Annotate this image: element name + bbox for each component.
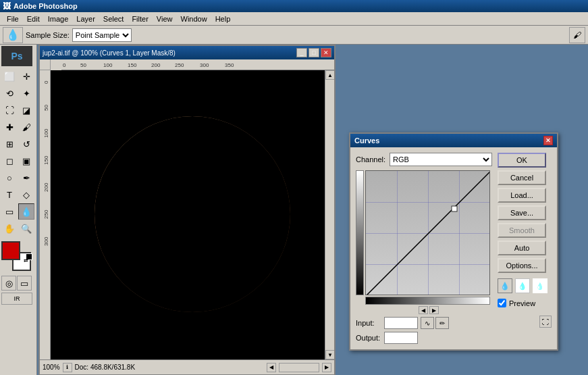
scroll-right-btn[interactable]: ▶ xyxy=(322,363,331,372)
toolbar-logo-area: Ps xyxy=(1,46,35,68)
pen-tool[interactable]: ✒ xyxy=(18,170,34,186)
channel-row: Channel: RGB Red Green Blue xyxy=(356,153,492,166)
canvas-container: 0 50 100 150 200 250 300 xyxy=(40,70,334,359)
pencil-mode-btn[interactable]: ✏ xyxy=(435,317,449,329)
crop-tool[interactable]: ⛶ xyxy=(1,102,18,118)
healing-tool[interactable]: ✚ xyxy=(1,119,18,135)
menu-window[interactable]: Window xyxy=(177,14,211,24)
scroll-down-btn[interactable]: ▼ xyxy=(325,350,334,359)
svg-text:150: 150 xyxy=(43,155,49,165)
svg-text:250: 250 xyxy=(43,209,49,219)
svg-text:200: 200 xyxy=(43,182,49,192)
marquee-tool[interactable]: ⬜ xyxy=(1,68,18,84)
eraser-tool[interactable]: ◻ xyxy=(1,153,18,169)
cancel-button[interactable]: Cancel xyxy=(498,170,546,185)
curves-dialog-title: Curves xyxy=(354,136,379,145)
brush-icon: 🖌 xyxy=(569,27,585,43)
svg-text:100: 100 xyxy=(103,62,113,68)
menu-filter[interactable]: Filter xyxy=(128,14,152,24)
eyedropper-tool[interactable]: 💧 xyxy=(18,203,34,220)
menu-file[interactable]: File xyxy=(3,14,23,24)
path-tool[interactable]: ◇ xyxy=(18,186,34,203)
preview-checkbox[interactable] xyxy=(498,299,506,307)
input-label: Input: xyxy=(356,319,381,327)
curves-left-panel: Channel: RGB Red Green Blue xyxy=(356,153,492,344)
channel-select[interactable]: RGB Red Green Blue xyxy=(390,153,492,166)
magic-wand-tool[interactable]: ✦ xyxy=(18,85,34,101)
quick-mask-tool[interactable]: ◎ xyxy=(1,276,16,291)
curve-nav-right[interactable]: ▶ xyxy=(429,306,439,314)
canvas-area: ▲ ▼ xyxy=(51,70,334,359)
smooth-button[interactable]: Smooth xyxy=(498,223,546,238)
curve-mode-btn[interactable]: ∿ xyxy=(421,317,434,329)
left-toolbar: Ps ⬜✛ ⟲✦ ⛶◪ ✚🖌 ⊞↺ ◻▣ ○✒ T◇ ▭💧 ✋🔍 ⇄ ◎ ▭ I… xyxy=(0,45,37,375)
text-tool[interactable]: T xyxy=(1,186,18,203)
output-value-field[interactable] xyxy=(384,332,418,344)
preview-label: Preview xyxy=(509,299,535,307)
doc-maximize-btn[interactable]: □ xyxy=(309,48,319,57)
lasso-tool[interactable]: ⟲ xyxy=(1,85,18,101)
app-title: Adobe Photoshop xyxy=(14,2,78,10)
channel-label: Channel: xyxy=(356,155,385,164)
hand-tool[interactable]: ✋ xyxy=(1,220,18,236)
doc-size-info: Doc: 468.8K/631.8K xyxy=(75,364,136,371)
menu-image[interactable]: Image xyxy=(44,14,73,24)
document-title-bar: jup2-ai.tif @ 100% (Curves 1, Layer Mask… xyxy=(40,46,334,59)
v-scrollbar[interactable]: ▲ ▼ xyxy=(325,70,334,359)
sample-size-select[interactable]: Point Sample xyxy=(72,28,132,42)
white-point-eyedropper[interactable]: 💧 xyxy=(533,278,547,293)
slice-tool[interactable]: ◪ xyxy=(18,102,34,118)
load-button[interactable]: Load... xyxy=(498,188,546,203)
output-label: Output: xyxy=(356,334,381,342)
stamp-tool[interactable]: ⊞ xyxy=(1,136,18,152)
curve-nav-arrows: ◀ ▶ xyxy=(365,306,492,314)
black-point-eyedropper[interactable]: 💧 xyxy=(498,278,512,293)
auto-button[interactable]: Auto xyxy=(498,241,546,255)
menu-select[interactable]: Select xyxy=(99,14,128,24)
color-swatches: ⇄ xyxy=(1,241,32,272)
move-tool[interactable]: ✛ xyxy=(18,68,34,84)
curves-close-btn[interactable]: ✕ xyxy=(543,136,553,145)
h-scrollbar-track[interactable] xyxy=(279,363,319,372)
svg-rect-28 xyxy=(452,206,457,211)
zoom-tool[interactable]: 🔍 xyxy=(18,220,34,236)
doc-minimize-btn[interactable]: _ xyxy=(296,48,307,57)
curves-bottom-icon: ⛶ xyxy=(498,316,552,328)
scroll-left-btn[interactable]: ◀ xyxy=(267,363,276,372)
save-button[interactable]: Save... xyxy=(498,205,546,220)
shape-tool[interactable]: ▭ xyxy=(1,203,18,220)
doc-close-btn[interactable]: ✕ xyxy=(321,48,331,57)
ok-button[interactable]: OK xyxy=(498,153,546,168)
brush-tool[interactable]: 🖌 xyxy=(18,119,34,135)
status-info-icon[interactable]: ℹ xyxy=(63,363,72,372)
svg-text:350: 350 xyxy=(225,62,234,68)
sample-size-label: Sample Size: xyxy=(26,31,70,39)
svg-text:200: 200 xyxy=(151,62,161,68)
gray-point-eyedropper[interactable]: 💧 xyxy=(515,278,530,293)
history-tool[interactable]: ↺ xyxy=(18,136,34,152)
input-value-field[interactable] xyxy=(384,317,418,329)
swap-colors-icon[interactable]: ⇄ xyxy=(24,257,28,264)
status-bar: 100% ℹ Doc: 468.8K/631.8K ◀ ▶ xyxy=(40,359,334,374)
output-gradient-bar xyxy=(356,170,364,295)
expand-icon[interactable]: ⛶ xyxy=(539,316,552,328)
input-row: Input: ∿ ✏ xyxy=(356,317,492,329)
menu-layer[interactable]: Layer xyxy=(72,14,99,24)
menu-edit[interactable]: Edit xyxy=(23,14,44,24)
options-button[interactable]: Options... xyxy=(498,258,546,273)
imageready-tool[interactable]: IR xyxy=(1,293,32,305)
curves-graph-container: ◀ ▶ xyxy=(365,170,492,314)
curve-nav-left[interactable]: ◀ xyxy=(419,306,428,314)
options-bar: 💧 Sample Size: Point Sample 🖌 xyxy=(0,26,588,45)
menu-help[interactable]: Help xyxy=(211,14,235,24)
gradient-tool[interactable]: ▣ xyxy=(18,153,34,169)
menu-view[interactable]: View xyxy=(153,14,177,24)
dodge-tool[interactable]: ○ xyxy=(1,170,18,186)
app-icon: 🖼 xyxy=(3,1,11,11)
scroll-up-btn[interactable]: ▲ xyxy=(325,70,334,80)
foreground-color-swatch[interactable] xyxy=(1,241,20,260)
curves-graph[interactable] xyxy=(365,170,490,295)
curves-dialog: Curves ✕ Channel: RGB Red Green Blue xyxy=(349,132,558,351)
screen-mode-tool[interactable]: ▭ xyxy=(17,276,32,291)
zoom-level: 100% xyxy=(43,364,60,371)
